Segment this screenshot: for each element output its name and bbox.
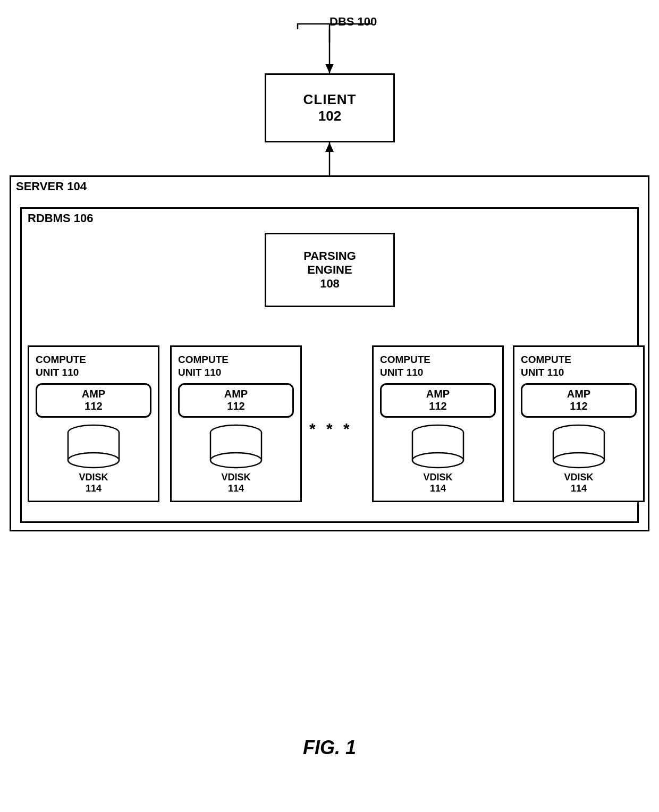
amp2-num: 112 xyxy=(227,400,244,412)
amp1-num: 112 xyxy=(85,400,102,412)
vdisk-container-4: VDISK114 xyxy=(521,423,637,494)
svg-point-27 xyxy=(210,453,261,468)
cu4-label: COMPUTEUNIT 110 xyxy=(521,353,571,379)
parsing-engine-box: PARSINGENGINE 108 xyxy=(265,233,395,307)
vdisk1-label: VDISK114 xyxy=(79,472,108,494)
vdisk-container-1: VDISK114 xyxy=(36,423,151,494)
rdbms-label: RDBMS 106 xyxy=(28,212,93,225)
client-label-num: 102 xyxy=(318,108,341,124)
amp3-label: AMP xyxy=(426,388,450,400)
svg-point-37 xyxy=(553,453,604,468)
amp1-label: AMP xyxy=(82,388,105,400)
vdisk-cylinder-1 xyxy=(62,423,125,471)
svg-marker-2 xyxy=(325,64,334,73)
amp-box-1: AMP 112 xyxy=(36,383,151,418)
diagram-container: DBS 100 CLIENT 102 SERVER 10 xyxy=(0,0,659,812)
compute-unit-1: COMPUTEUNIT 110 AMP 112 VDISK114 xyxy=(28,345,159,502)
compute-unit-2: COMPUTEUNIT 110 AMP 112 VDISK114 xyxy=(170,345,302,502)
compute-unit-4: COMPUTEUNIT 110 AMP 112 VDISK114 xyxy=(513,345,645,502)
parsing-engine-num: 108 xyxy=(320,277,340,291)
cu3-label: COMPUTEUNIT 110 xyxy=(380,353,430,379)
cu2-label: COMPUTEUNIT 110 xyxy=(178,353,229,379)
svg-marker-4 xyxy=(325,142,334,152)
parsing-engine-label: PARSINGENGINE xyxy=(303,249,356,277)
amp4-label: AMP xyxy=(567,388,590,400)
client-box: CLIENT 102 xyxy=(265,73,395,142)
svg-point-32 xyxy=(412,453,463,468)
amp-box-3: AMP 112 xyxy=(380,383,496,418)
vdisk2-label: VDISK114 xyxy=(221,472,250,494)
figure-label: FIG. 1 xyxy=(303,737,356,759)
svg-point-22 xyxy=(68,453,119,468)
amp-box-4: AMP 112 xyxy=(521,383,637,418)
vdisk-container-2: VDISK114 xyxy=(178,423,294,494)
compute-unit-3: COMPUTEUNIT 110 AMP 112 VDISK114 xyxy=(372,345,504,502)
server-label: SERVER 104 xyxy=(16,180,87,193)
cu1-label: COMPUTEUNIT 110 xyxy=(36,353,86,379)
vdisk-cylinder-3 xyxy=(406,423,470,471)
vdisk-cylinder-2 xyxy=(204,423,268,471)
amp2-label: AMP xyxy=(224,388,248,400)
amp3-num: 112 xyxy=(429,400,446,412)
client-label-main: CLIENT xyxy=(303,91,357,108)
amp4-num: 112 xyxy=(570,400,587,412)
vdisk4-label: VDISK114 xyxy=(564,472,593,494)
vdisk-container-3: VDISK114 xyxy=(380,423,496,494)
vdisk-cylinder-4 xyxy=(547,423,611,471)
ellipsis-dots: * * * xyxy=(309,420,353,438)
amp-box-2: AMP 112 xyxy=(178,383,294,418)
vdisk3-label: VDISK114 xyxy=(423,472,452,494)
dbs-label: DBS 100 xyxy=(330,15,377,29)
